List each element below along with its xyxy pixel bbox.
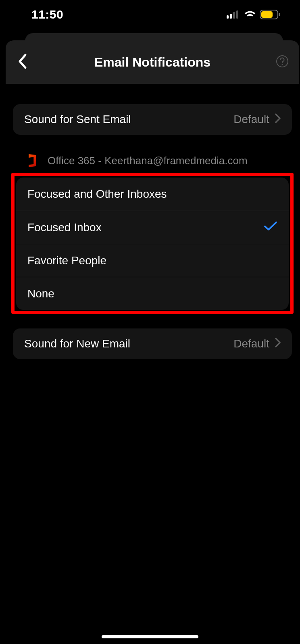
option-favorite-people[interactable]: Favorite People xyxy=(16,244,289,277)
option-label: Focused and Other Inboxes xyxy=(27,188,167,201)
status-icons xyxy=(227,10,281,19)
svg-rect-5 xyxy=(261,11,273,18)
cell-value-text: Default xyxy=(233,337,269,350)
annotation-highlight-box: Focused and Other Inboxes Focused Inbox … xyxy=(11,173,294,314)
account-section-header: Office 365 - Keerthana@framedmedia.com xyxy=(27,154,292,167)
svg-point-8 xyxy=(282,64,283,65)
cell-value: Default xyxy=(233,113,281,126)
cell-value: Default xyxy=(233,337,281,350)
svg-rect-1 xyxy=(230,14,232,19)
back-button[interactable] xyxy=(10,50,35,75)
account-label: Office 365 - Keerthana@framedmedia.com xyxy=(48,155,248,167)
office-365-icon xyxy=(27,154,38,167)
svg-rect-0 xyxy=(227,15,229,19)
cellular-signal-icon xyxy=(227,10,240,19)
help-button[interactable] xyxy=(275,55,290,69)
option-label: None xyxy=(27,287,54,300)
option-label: Favorite People xyxy=(27,254,106,267)
cell-value-text: Default xyxy=(233,113,269,126)
svg-rect-3 xyxy=(236,10,238,19)
cell-label: Sound for New Email xyxy=(24,337,130,350)
page-title: Email Notifications xyxy=(6,55,299,70)
sound-for-new-email-row[interactable]: Sound for New Email Default xyxy=(13,328,292,359)
sound-for-sent-email-row[interactable]: Sound for Sent Email Default xyxy=(13,104,292,135)
option-label: Focused Inbox xyxy=(27,221,102,234)
chevron-right-icon xyxy=(275,337,281,350)
option-none[interactable]: None xyxy=(16,277,289,310)
chevron-right-icon xyxy=(275,113,281,126)
option-focused-inbox[interactable]: Focused Inbox xyxy=(16,211,289,244)
checkmark-icon xyxy=(264,221,277,234)
help-icon xyxy=(276,55,289,69)
chevron-left-icon xyxy=(17,53,27,71)
svg-rect-6 xyxy=(279,13,280,16)
wifi-icon xyxy=(244,10,256,19)
notification-options-group: Focused and Other Inboxes Focused Inbox … xyxy=(16,178,289,310)
status-bar: 11:50 xyxy=(0,0,300,29)
svg-rect-2 xyxy=(233,12,235,19)
content: Sound for Sent Email Default Office 365 … xyxy=(13,104,292,359)
status-time: 11:50 xyxy=(31,8,63,21)
nav-header: Email Notifications xyxy=(6,40,299,84)
svg-point-7 xyxy=(277,56,288,67)
option-focused-and-other[interactable]: Focused and Other Inboxes xyxy=(16,178,289,211)
cell-label: Sound for Sent Email xyxy=(24,113,131,126)
home-indicator[interactable] xyxy=(102,635,198,638)
battery-icon xyxy=(260,10,281,19)
